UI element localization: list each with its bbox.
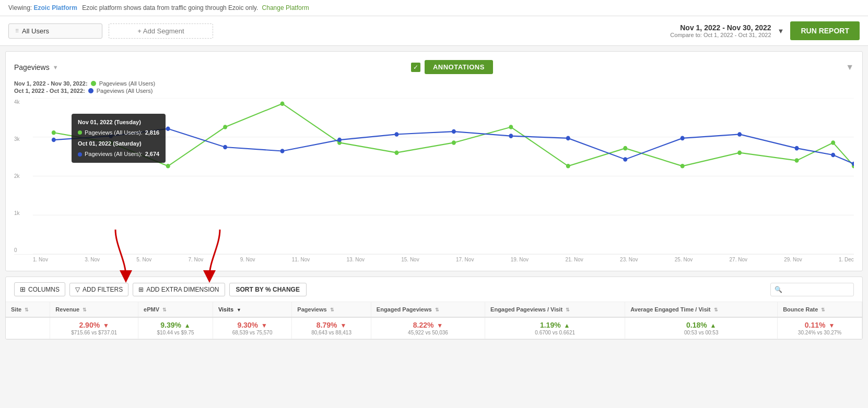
site-cell [6,317,50,339]
search-icon: 🔍 [775,286,782,293]
x-label: 9. Nov [240,257,255,262]
ep-sub: 45,922 vs 50,036 [377,330,479,335]
x-label: 23. Nov [620,257,638,262]
avg-sub: 00:53 vs 00:53 [630,330,772,335]
blue-dot [452,129,456,134]
visits-sub: 68,539 vs 75,570 [218,330,286,335]
revenue-arrow: ▼ [103,322,109,329]
date-section: Nov 1, 2022 - Nov 30, 2022 Compare to: O… [670,21,860,40]
legend-row-2: Oct 1, 2022 - Oct 31, 2022: Pageviews (A… [14,88,854,94]
date-range-block: Nov 1, 2022 - Nov 30, 2022 Compare to: O… [670,23,771,38]
col-engaged-pageviews[interactable]: Engaged Pageviews ⇅ [371,302,485,317]
table-header: Site ⇅ Revenue ⇅ ePMV ⇅ Visits ▼ Pagevie… [6,302,862,317]
all-users-chip[interactable]: ⠿ All Users [8,23,102,39]
green-dot [280,101,285,106]
y-label-1k: 1k [14,210,33,216]
metric-dropdown-arrow: ▼ [53,64,58,70]
green-dot [623,146,627,151]
blue-dot [737,132,742,137]
col-ep-visit[interactable]: Engaged Pageviews / Visit ⇅ [485,302,625,317]
chart-section: Pageviews ▼ ✓ ANNOTATIONS ▼ Nov 1, 2022 … [5,51,863,271]
filter-icon: ▽ [75,286,80,293]
ep-pct: 8.22% ▼ [377,321,479,329]
col-pageviews[interactable]: Pageviews ⇅ [292,302,371,317]
legend-series-1: Pageviews (All Users) [99,80,156,87]
revenue-sub: $715.66 vs $737.01 [55,330,133,335]
col-site[interactable]: Site ⇅ [6,302,50,317]
epmv-pct: 9.39% ▲ [144,321,207,329]
legend-row-1: Nov 1, 2022 - Nov 30, 2022: Pageviews (A… [14,80,854,87]
col-revenue[interactable]: Revenue ⇅ [50,302,138,317]
y-label-4k: 4k [14,99,33,105]
blue-dot [795,146,799,151]
add-filters-button[interactable]: ▽ ADD FILTERS [69,283,128,296]
col-avg-time[interactable]: Average Engaged Time / Visit ⇅ [625,302,778,317]
br-pct: 0.11% ▼ [783,321,857,329]
col-visits[interactable]: Visits ▼ [213,302,291,317]
blue-dot [166,126,170,131]
green-dot [109,140,113,145]
run-report-button[interactable]: RUN REPORT [790,21,860,40]
metric-selector[interactable]: Pageviews ▼ [14,63,58,71]
columns-button[interactable]: ⊞ COLUMNS [14,282,65,296]
green-dot [394,150,398,155]
ep-visit-cell: 1.19% ▲ 0.6700 vs 0.6621 [485,317,625,339]
blue-dot [566,136,570,141]
chart-legend: Nov 1, 2022 - Nov 30, 2022: Pageviews (A… [14,80,854,94]
table-controls: ⊞ COLUMNS ▽ ADD FILTERS ⊞ ADD EXTRA DIME… [6,277,862,302]
col-epmv[interactable]: ePMV ⇅ [138,302,213,317]
chart-area: 4k 3k 2k 1k 0 [14,98,854,255]
blue-dot [109,134,113,138]
avg-arrow: ▲ [710,322,717,329]
x-label: 1. Dec [839,257,854,262]
visits-cell: 9.30% ▼ 68,539 vs 75,570 [213,317,291,339]
revenue-pct: 2.90% ▼ [55,321,133,329]
pageviews-sub: 80,643 vs 88,413 [297,330,365,335]
epv-sub: 0.6700 vs 0.6621 [490,330,619,335]
annotations-checkbox[interactable]: ✓ [411,63,420,72]
pageviews-cell: 8.79% ▼ 80,643 vs 88,413 [292,317,371,339]
top-bar: Viewing: Ezoic Platform Ezoic platform s… [0,0,868,16]
x-label: 27. Nov [730,257,747,262]
sort-by-button[interactable]: SORT BY % CHANGE [229,283,307,296]
add-dimension-button[interactable]: ⊞ ADD EXTRA DIMENSION [133,283,225,296]
annotations-button[interactable]: ANNOTATIONS [425,60,493,74]
all-users-label: All Users [22,27,49,35]
chart-header: Pageviews ▼ ✓ ANNOTATIONS ▼ [14,60,854,74]
engaged-pageviews-cell: 8.22% ▼ 45,922 vs 50,036 [371,317,485,339]
epmv-sub: $10.44 vs $9.75 [144,330,207,335]
blue-dot [337,138,342,142]
x-axis: 1. Nov 3. Nov 5. Nov 7. Nov 9. Nov 11. N… [14,255,854,262]
x-label: 13. Nov [347,257,365,262]
annotations-area: ✓ ANNOTATIONS [411,60,493,74]
legend-date-1: Nov 1, 2022 - Nov 30, 2022: [14,80,88,87]
header-row: Site ⇅ Revenue ⇅ ePMV ⇅ Visits ▼ Pagevie… [6,302,862,317]
green-dot [566,164,570,169]
pageviews-pct: 8.79% ▼ [297,321,365,329]
green-dot [681,164,685,169]
chart-section-dropdown[interactable]: ▼ [846,63,854,72]
date-dropdown-arrow[interactable]: ▼ [778,27,784,35]
search-input[interactable] [770,283,854,296]
change-platform-link[interactable]: Change Platform [262,4,309,11]
main-date-range: Nov 1, 2022 - Nov 30, 2022 [670,23,771,32]
dimension-icon: ⊞ [138,286,144,293]
bounce-rate-cell: 0.11% ▼ 30.24% vs 30.27% [778,317,862,339]
add-segment-button[interactable]: + Add Segment [109,23,213,39]
green-dot [166,164,170,169]
green-dot [737,150,742,155]
blue-line [54,129,854,164]
x-label: 3. Nov [85,257,100,262]
y-axis: 4k 3k 2k 1k 0 [14,98,33,254]
x-label: 29. Nov [784,257,802,262]
green-dot [452,140,456,145]
x-label: 11. Nov [292,257,310,262]
col-bounce-rate[interactable]: Bounce Rate ⇅ [778,302,862,317]
x-label: 17. Nov [456,257,474,262]
green-dot [223,125,227,129]
blue-dot [509,134,513,138]
epmv-cell: 9.39% ▲ $10.44 vs $9.75 [138,317,213,339]
search-wrap: 🔍 [770,283,854,296]
legend-dot-blue [88,88,93,93]
summary-row: 2.90% ▼ $715.66 vs $737.01 9.39% ▲ $10.4… [6,317,862,339]
